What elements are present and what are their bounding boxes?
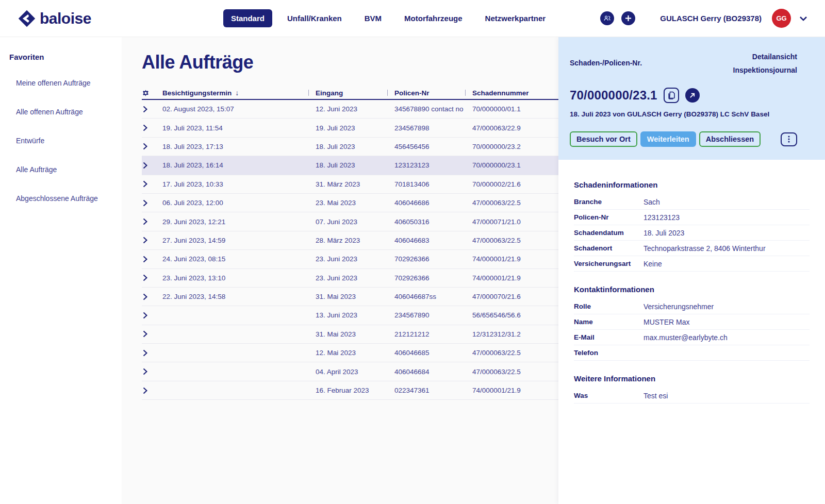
column-header-schadennummer[interactable]: Schadennummer [472, 89, 558, 97]
cell-eingang: 16. Februar 2023 [316, 387, 394, 394]
table-row[interactable]: 19. Juli 2023, 11:54 19. Juli 2023 23456… [142, 119, 558, 137]
cell-schadennummer: 47/000071/21.0 [472, 218, 558, 226]
cell-schadennummer: 47/000070/21.6 [472, 293, 558, 300]
cell-policen-nr: 406050316 [394, 218, 472, 226]
table-row[interactable]: 13. Juni 2023 234567890 56/656546/56.6 [142, 306, 558, 325]
column-divider [387, 90, 388, 96]
expand-row-icon[interactable] [142, 349, 147, 357]
baloise-logo[interactable]: baloise [18, 9, 91, 28]
detail-label: Versicherungsart [574, 260, 644, 267]
table-row[interactable]: 06. Juli 2023, 12:00 23. Mai 2023 406046… [142, 194, 558, 212]
nav-tab[interactable]: BVM [357, 9, 389, 27]
detail-panel: Schaden-/Policen-Nr. Detailansicht Inspe… [558, 37, 825, 504]
sidebar-item[interactable]: Entwürfe [9, 131, 122, 150]
cell-eingang: 19. Juli 2023 [316, 124, 394, 132]
column-settings-icon[interactable] [142, 89, 150, 97]
cell-policen-nr: 702926366 [394, 274, 472, 282]
table-row[interactable]: 17. Juli 2023, 10:33 31. März 2023 70181… [142, 175, 558, 194]
open-claim-button[interactable] [685, 88, 700, 103]
cell-schadennummer: 47/000063/22.9 [472, 124, 558, 132]
column-header-besichtigungstermin[interactable]: Besichtigungstermin ↓ [162, 89, 316, 97]
nav-tab[interactable]: Netzwerkpartner [477, 9, 554, 27]
expand-row-icon[interactable] [142, 237, 147, 244]
claim-policy-label: Schaden-/Policen-Nr. [570, 59, 642, 67]
claim-number: 70/000000/23.1 [570, 88, 657, 103]
table-row[interactable]: 18. Juli 2023, 16:14 18. Juli 2023 12312… [142, 156, 558, 175]
cell-eingang: 23. Juni 2023 [316, 274, 394, 282]
table-row[interactable]: 31. Mai 2023 212121212 12/312312/31.2 [142, 325, 558, 344]
table-row[interactable]: 12. Mai 2023 406046685 47/000063/22.5 [142, 344, 558, 362]
cell-policen-nr: 456456456 [394, 143, 472, 150]
table-row[interactable]: 24. Juni 2023, 08:15 23. Juni 2023 70292… [142, 250, 558, 268]
contacts-button[interactable] [600, 11, 614, 25]
expand-row-icon[interactable] [142, 312, 147, 319]
table-row[interactable]: 04. April 2023 406046684 47/000063/22.5 [142, 362, 558, 381]
copy-button[interactable] [664, 88, 679, 103]
cell-besichtigungstermin: 02. August 2023, 15:07 [162, 105, 316, 113]
detail-label: Was [574, 392, 644, 399]
sidebar-item[interactable]: Alle offenen Aufträge [9, 103, 122, 121]
expand-row-icon[interactable] [142, 162, 147, 169]
appbar-right: GULASCH Gerry (BO29378) GG [600, 9, 807, 28]
expand-row-icon[interactable] [142, 256, 147, 263]
nav-tab[interactable]: Standard [223, 9, 272, 27]
cell-schadennummer: 47/000063/22.5 [472, 199, 558, 207]
inspektionsjournal-link[interactable]: Inspektionsjournal [733, 66, 797, 74]
expand-row-icon[interactable] [142, 387, 147, 394]
expand-row-icon[interactable] [142, 274, 147, 281]
nav-tab[interactable]: Motorfahrzeuge [397, 9, 470, 27]
table-row[interactable]: 02. August 2023, 15:07 12. Juni 2023 345… [142, 100, 558, 119]
table-row[interactable]: 18. Juli 2023, 17:13 18. Juli 2023 45645… [142, 138, 558, 156]
action-button[interactable]: Besuch vor Ort [570, 131, 637, 147]
detail-row: Rolle Versicherungsnehmer [574, 299, 810, 314]
expand-row-icon[interactable] [142, 124, 147, 131]
plus-icon [625, 15, 632, 22]
chevron-down-icon [799, 16, 807, 21]
expand-row-icon[interactable] [142, 106, 147, 113]
action-button[interactable]: Abschliessen [699, 131, 761, 147]
expand-row-icon[interactable] [142, 199, 147, 207]
nav-tab[interactable]: Unfall/Kranken [279, 9, 350, 27]
cell-eingang: 04. April 2023 [316, 368, 394, 376]
sidebar-item[interactable]: Meine offenen Aufträge [9, 74, 122, 92]
table-row[interactable]: 22. Juni 2023, 14:58 31. Mai 2023 406046… [142, 288, 558, 306]
expand-row-icon[interactable] [142, 180, 147, 188]
detail-value: 18. Juli 2023 [644, 229, 684, 237]
cell-schadennummer: 74/000001/21.9 [472, 274, 558, 282]
cell-besichtigungstermin: 22. Juni 2023, 14:58 [162, 293, 316, 300]
page-title: Alle Aufträge [142, 52, 558, 73]
section-schadeninformationen: Schadeninformationen Branche Sach Police… [574, 180, 810, 272]
expand-row-icon[interactable] [142, 218, 147, 225]
expand-row-icon[interactable] [142, 368, 147, 375]
table-row[interactable]: 29. Juni 2023, 12:21 07. Juni 2023 40605… [142, 212, 558, 231]
cell-schadennummer: 47/000063/22.5 [472, 237, 558, 244]
detail-label: Policen-Nr [574, 213, 644, 221]
orders-table: Besichtigungstermin ↓ Eingang Policen-Nr… [142, 87, 558, 400]
column-header-eingang[interactable]: Eingang [316, 89, 394, 97]
sidebar: Favoriten Meine offenen AufträgeAlle off… [0, 37, 122, 504]
avatar[interactable]: GG [772, 9, 791, 28]
sidebar-title: Favoriten [9, 53, 122, 61]
detail-value: Versicherungsnehmer [644, 303, 714, 311]
detail-value: 123123123 [644, 213, 680, 222]
user-menu-button[interactable] [799, 16, 807, 21]
detail-row: Branche Sach [574, 194, 810, 210]
more-options-button[interactable] [781, 132, 797, 146]
column-header-policen-nr[interactable]: Policen-Nr [394, 89, 472, 97]
table-row[interactable]: 27. Juni 2023, 14:59 28. März 2023 40604… [142, 231, 558, 250]
detail-label: Schadenort [574, 244, 644, 252]
table-row[interactable]: 16. Februar 2023 022347361 74/000001/21.… [142, 381, 558, 400]
add-button[interactable] [621, 11, 635, 25]
detail-label: Telefon [574, 349, 644, 357]
sidebar-item[interactable]: Alle Aufträge [9, 160, 122, 179]
detailansicht-link[interactable]: Detailansicht [752, 53, 797, 61]
expand-row-icon[interactable] [142, 143, 147, 150]
cell-eingang: 12. Juni 2023 [316, 105, 394, 113]
action-button[interactable]: Weiterleiten [640, 131, 696, 147]
expand-row-icon[interactable] [142, 293, 147, 300]
detail-row: Policen-Nr 123123123 [574, 210, 810, 225]
sort-desc-icon[interactable]: ↓ [235, 89, 239, 97]
sidebar-item[interactable]: Abgeschlossene Aufträge [9, 189, 122, 208]
table-row[interactable]: 23. Juni 2023, 13:10 23. Juni 2023 70292… [142, 269, 558, 288]
expand-row-icon[interactable] [142, 330, 147, 338]
